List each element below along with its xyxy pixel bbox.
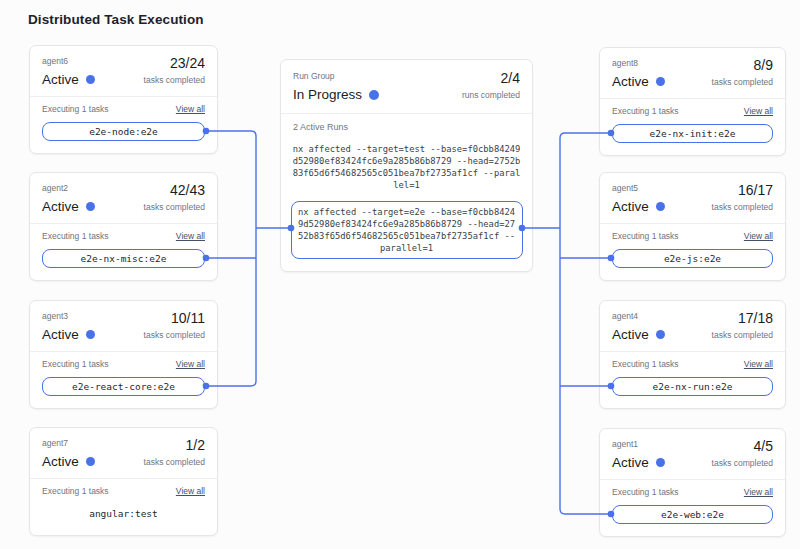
- run-command-active[interactable]: nx affected --target=e2e --base=f0cbb842…: [291, 201, 523, 259]
- agent-card-body: Executing 1 tasks View all e2e-js:e2e: [600, 223, 785, 280]
- task-chip[interactable]: e2e-nx-run:e2e: [612, 377, 773, 396]
- executing-label: Executing 1 tasks: [42, 104, 109, 115]
- tasks-completed-label: tasks completed: [712, 77, 773, 87]
- run-group-body: 2 Active Runs nx affected --target=test …: [281, 113, 532, 271]
- run-command[interactable]: nx affected --target=test --base=f0cbb84…: [291, 143, 523, 191]
- task-label: angular:test: [42, 504, 205, 523]
- executing-label: Executing 1 tasks: [612, 231, 679, 242]
- agent-status: Active: [612, 197, 665, 216]
- view-all-link[interactable]: View all: [176, 486, 205, 497]
- agent-status-label: Active: [612, 72, 649, 91]
- agent-card-body: Executing 1 tasks View all e2e-nx-init:e…: [600, 98, 785, 155]
- run-group-label: Run Group: [293, 71, 379, 82]
- view-all-link[interactable]: View all: [744, 106, 773, 117]
- page-title: Distributed Task Execution: [28, 12, 204, 27]
- tasks-count: 16/17: [712, 183, 773, 198]
- agent-status-label: Active: [612, 453, 649, 472]
- agent-card-agent4: agent4 Active 17/18 tasks completed Exec…: [599, 300, 786, 409]
- task-chip[interactable]: e2e-react-core:e2e: [42, 377, 205, 396]
- executing-label: Executing 1 tasks: [42, 359, 109, 370]
- active-status-dot-icon: [656, 458, 665, 467]
- active-status-dot-icon: [86, 75, 95, 84]
- agent-card-header: agent7 Active 1/2 tasks completed: [30, 428, 217, 478]
- active-status-dot-icon: [86, 330, 95, 339]
- agent-status: Active: [42, 325, 95, 344]
- agent-status: Active: [612, 325, 665, 344]
- active-runs-label: 2 Active Runs: [293, 122, 523, 133]
- executing-label: Executing 1 tasks: [612, 487, 679, 498]
- agent-status: Active: [42, 70, 95, 89]
- agent-card-body: Executing 1 tasks View all e2e-node:e2e: [30, 96, 217, 153]
- active-status-dot-icon: [656, 77, 665, 86]
- agent-card-header: agent4 Active 17/18 tasks completed: [600, 301, 785, 351]
- task-chip[interactable]: e2e-nx-misc:e2e: [42, 249, 205, 268]
- agent-card-body: Executing 1 tasks View all e2e-react-cor…: [30, 351, 217, 408]
- agent-card-header: agent2 Active 42/43 tasks completed: [30, 173, 217, 223]
- agent-card-agent7: agent7 Active 1/2 tasks completed Execut…: [29, 427, 218, 536]
- agent-status: Active: [612, 453, 665, 472]
- agent-card-header: agent1 Active 4/5 tasks completed: [600, 429, 785, 479]
- agent-card-agent6: agent6 Active 23/24 tasks completed Exec…: [29, 45, 218, 154]
- tasks-completed-label: tasks completed: [144, 457, 205, 467]
- view-all-link[interactable]: View all: [744, 359, 773, 370]
- agent-card-agent2: agent2 Active 42/43 tasks completed Exec…: [29, 172, 218, 281]
- agent-card-body: Executing 1 tasks View all e2e-web:e2e: [600, 479, 785, 536]
- tasks-count: 23/24: [144, 56, 205, 71]
- agent-status: Active: [612, 72, 665, 91]
- runs-completed-label: runs completed: [462, 90, 520, 100]
- agent-name: agent4: [612, 311, 665, 322]
- view-all-link[interactable]: View all: [744, 487, 773, 498]
- agent-card-header: agent3 Active 10/11 tasks completed: [30, 301, 217, 351]
- view-all-link[interactable]: View all: [744, 231, 773, 242]
- agent-name: agent5: [612, 183, 665, 194]
- task-chip[interactable]: e2e-nx-init:e2e: [612, 124, 773, 143]
- run-group-header: Run Group In Progress 2/4 runs completed: [281, 60, 532, 113]
- tasks-count: 10/11: [144, 311, 205, 326]
- task-chip[interactable]: e2e-js:e2e: [612, 249, 773, 268]
- agent-name: agent1: [612, 439, 665, 450]
- tasks-completed-label: tasks completed: [712, 202, 773, 212]
- task-chip[interactable]: e2e-web:e2e: [612, 505, 773, 524]
- tasks-completed-label: tasks completed: [712, 330, 773, 340]
- tasks-completed-label: tasks completed: [144, 330, 205, 340]
- tasks-count: 42/43: [144, 183, 205, 198]
- agent-status-label: Active: [612, 325, 649, 344]
- tasks-count: 8/9: [712, 58, 773, 73]
- distributed-task-execution-page: Distributed Task Execution agent6 Active…: [0, 0, 800, 549]
- agent-name: agent6: [42, 56, 95, 67]
- agent-status-label: Active: [42, 197, 79, 216]
- agent-name: agent2: [42, 183, 95, 194]
- agent-status-label: Active: [42, 452, 79, 471]
- agent-card-header: agent5 Active 16/17 tasks completed: [600, 173, 785, 223]
- view-all-link[interactable]: View all: [176, 359, 205, 370]
- agent-status: Active: [42, 197, 95, 216]
- agent-status-label: Active: [42, 325, 79, 344]
- tasks-count: 1/2: [144, 438, 205, 453]
- agent-status-label: Active: [42, 70, 79, 89]
- active-status-dot-icon: [86, 457, 95, 466]
- tasks-count: 4/5: [712, 439, 773, 454]
- view-all-link[interactable]: View all: [176, 231, 205, 242]
- active-status-dot-icon: [656, 202, 665, 211]
- agent-card-body: Executing 1 tasks View all e2e-nx-misc:e…: [30, 223, 217, 280]
- run-group-card: Run Group In Progress 2/4 runs completed…: [280, 59, 533, 272]
- agent-card-body: Executing 1 tasks View all e2e-nx-run:e2…: [600, 351, 785, 408]
- agent-card-agent5: agent5 Active 16/17 tasks completed Exec…: [599, 172, 786, 281]
- executing-label: Executing 1 tasks: [612, 106, 679, 117]
- tasks-completed-label: tasks completed: [712, 458, 773, 468]
- run-group-status: In Progress: [293, 85, 379, 104]
- agent-card-agent1: agent1 Active 4/5 tasks completed Execut…: [599, 428, 786, 537]
- executing-label: Executing 1 tasks: [42, 486, 109, 497]
- task-chip[interactable]: e2e-node:e2e: [42, 122, 205, 141]
- agent-name: agent7: [42, 438, 95, 449]
- view-all-link[interactable]: View all: [176, 104, 205, 115]
- active-status-dot-icon: [86, 202, 95, 211]
- tasks-completed-label: tasks completed: [144, 75, 205, 85]
- agent-card-agent8: agent8 Active 8/9 tasks completed Execut…: [599, 47, 786, 156]
- agent-card-body: Executing 1 tasks View all angular:test: [30, 478, 217, 535]
- agent-name: agent8: [612, 58, 665, 69]
- agent-card-header: agent8 Active 8/9 tasks completed: [600, 48, 785, 98]
- runs-count: 2/4: [462, 71, 520, 86]
- active-status-dot-icon: [656, 330, 665, 339]
- tasks-completed-label: tasks completed: [144, 202, 205, 212]
